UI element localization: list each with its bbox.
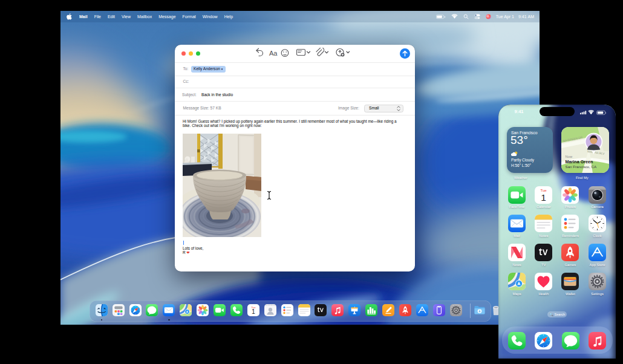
svg-text:1: 1 (252, 308, 255, 315)
svg-text:Aa: Aa (269, 50, 278, 57)
svg-text:1: 1 (541, 192, 546, 202)
